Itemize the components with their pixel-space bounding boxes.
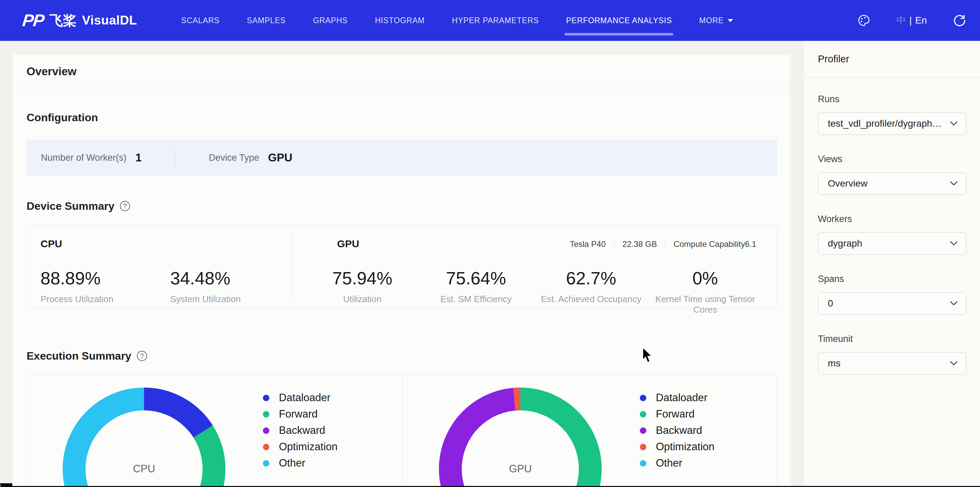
visualdl-logo[interactable]: PP 飞桨 VisualDL [22, 0, 137, 41]
legend-item[interactable]: Other [640, 455, 714, 471]
chevron-down-icon [950, 181, 958, 186]
overview-header: Overview [13, 54, 790, 88]
tab-performance-analysis[interactable]: PERFORMANCE ANALYSIS [566, 0, 672, 41]
help-icon[interactable]: ? [137, 351, 147, 361]
timeunit-label: Timeunit [818, 334, 853, 344]
legend-dot-other [640, 460, 646, 466]
gpu-tensor-core-time: 0% Kernel Time using Tensor Cores [648, 268, 763, 315]
legend-dot-optimization [640, 444, 646, 450]
legend-dot-backward [640, 427, 646, 434]
legend-item[interactable]: Dataloader [640, 390, 714, 406]
legend-dot-forward [640, 411, 646, 417]
lang-en[interactable]: En [915, 15, 927, 26]
config-device-value: GPU [268, 151, 293, 164]
configuration-heading: Configuration [27, 110, 98, 125]
chevron-down-icon [728, 19, 733, 22]
execution-summary-heading: Execution Summary ? [27, 349, 147, 363]
chevron-down-icon [950, 361, 958, 366]
language-toggle[interactable]: 中 | En [896, 14, 927, 27]
legend-item[interactable]: Optimization [640, 439, 714, 455]
legend-dot-dataloader [640, 395, 646, 401]
config-device-type: Device Type GPU [209, 151, 293, 164]
workers-select[interactable]: dygraph [818, 232, 966, 255]
gpu-donut-label: GPU [509, 463, 531, 475]
legend-dot-other [263, 460, 269, 466]
lang-zh[interactable]: 中 [896, 14, 906, 27]
views-select[interactable]: Overview [818, 172, 966, 195]
gpu-memory: 22.38 GB [622, 239, 657, 249]
device-summary-heading: Device Summary ? [27, 199, 130, 213]
cpu-process-utilization: 88.89% Process Utilization [41, 268, 113, 304]
chevron-down-icon [950, 121, 958, 126]
lang-divider: | [909, 15, 912, 26]
tab-histogram[interactable]: HISTOGRAM [375, 0, 425, 41]
gpu-achieved-occupancy: 62.7% Est. Achieved Occupancy [533, 268, 649, 304]
top-nav-bar: PP 飞桨 VisualDL SCALARS SAMPLES GRAPHS HI… [0, 0, 980, 41]
chevron-down-icon [950, 241, 958, 246]
window-bottom-corner [0, 483, 12, 487]
legend-item[interactable]: Dataloader [263, 390, 337, 406]
execution-card-divider [402, 375, 402, 487]
brand-chinese: 飞桨 [49, 11, 76, 30]
tab-graphs[interactable]: GRAPHS [313, 0, 348, 41]
config-workers-value: 1 [135, 151, 142, 164]
execution-summary-card: CPU Dataloader Forward Backward Optimiza… [27, 375, 777, 487]
chevron-down-icon [950, 301, 958, 306]
legend-item[interactable]: Other [263, 455, 337, 471]
legend-item[interactable]: Backward [263, 422, 337, 439]
config-workers: Number of Worker(s) 1 [41, 151, 175, 164]
paddle-logo-icon: PP [21, 11, 45, 30]
legend-dot-backward [263, 427, 269, 434]
legend-dot-dataloader [263, 395, 269, 401]
gpu-device-info: Tesla P40 22.38 GB Compute Capability6.1 [570, 239, 756, 249]
legend-item[interactable]: Optimization [263, 439, 337, 455]
brand-name: VisualDL [82, 13, 137, 28]
cpu-system-utilization: 34.48% System Utilization [170, 268, 241, 304]
legend-dot-optimization [263, 444, 269, 450]
config-device-label: Device Type [209, 153, 259, 163]
runs-select[interactable]: test_vdl_profiler/dygraph… [818, 112, 966, 135]
gpu-utilization: 75.94% Utilization [304, 268, 420, 304]
workers-label: Workers [818, 214, 852, 224]
sidebar-title: Profiler [818, 41, 849, 77]
configuration-bar: Number of Worker(s) 1 Device Type GPU [27, 140, 777, 176]
page-title: Overview [27, 54, 76, 88]
cpu-section-title: CPU [41, 238, 62, 250]
gpu-donut-chart[interactable]: GPU [439, 388, 602, 487]
gpu-sm-efficiency: 75.64% Est. SM Efficiency [418, 268, 534, 304]
runs-label: Runs [818, 94, 839, 105]
views-label: Views [818, 154, 842, 164]
legend-item[interactable]: Forward [640, 406, 714, 422]
device-summary-card: CPU 88.89% Process Utilization 34.48% Sy… [27, 226, 777, 309]
nav-actions: 中 | En [858, 0, 966, 41]
tab-hyper-parameters[interactable]: HYPER PARAMETERS [452, 0, 539, 41]
gpu-model: Tesla P40 [570, 239, 605, 249]
nav-menu: SCALARS SAMPLES GRAPHS HISTOGRAM HYPER P… [181, 0, 733, 41]
main-panel: Overview Configuration Number of Worker(… [13, 54, 790, 487]
mouse-cursor [642, 347, 654, 365]
config-divider [175, 149, 175, 167]
spans-select[interactable]: 0 [818, 292, 966, 315]
legend-item[interactable]: Forward [263, 406, 337, 422]
legend-item[interactable]: Backward [640, 422, 714, 439]
cpu-donut-chart[interactable]: CPU [63, 388, 226, 487]
theme-palette-icon[interactable] [858, 14, 870, 27]
gpu-compute-capability: Compute Capability6.1 [673, 239, 756, 249]
tab-more[interactable]: MORE [699, 0, 733, 41]
tab-scalars[interactable]: SCALARS [181, 0, 220, 41]
cpu-legend: Dataloader Forward Backward Optimization… [263, 390, 337, 471]
sidebar-divider [804, 78, 980, 78]
spans-label: Spans [818, 274, 844, 284]
gpu-section-title: GPU [337, 238, 359, 250]
legend-dot-forward [263, 411, 269, 417]
config-workers-label: Number of Worker(s) [41, 153, 127, 163]
timeunit-select[interactable]: ms [818, 352, 966, 375]
cpu-donut-label: CPU [133, 463, 155, 475]
profiler-sidebar: Profiler Runs test_vdl_profiler/dygraph…… [804, 41, 980, 487]
cpu-gpu-divider [291, 234, 291, 301]
tab-samples[interactable]: SAMPLES [247, 0, 286, 41]
help-icon[interactable]: ? [120, 201, 130, 211]
gpu-legend: Dataloader Forward Backward Optimization… [640, 390, 714, 471]
refresh-icon[interactable] [953, 14, 966, 27]
